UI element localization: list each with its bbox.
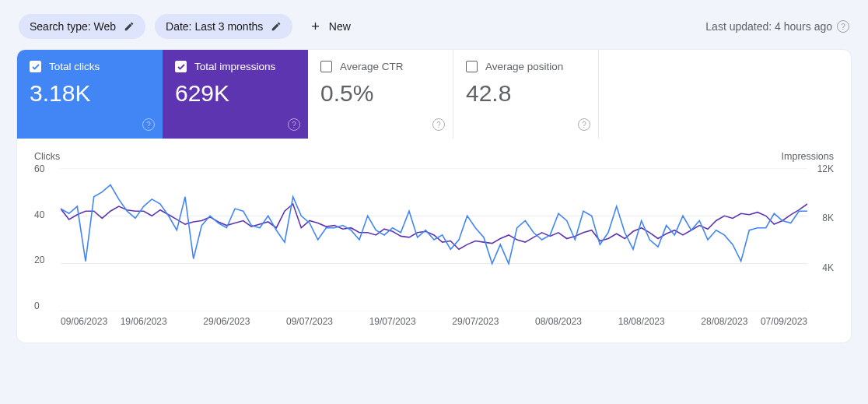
checkbox-unchecked-icon: [466, 61, 478, 72]
series-impressions: [61, 204, 807, 249]
help-icon[interactable]: ?: [288, 118, 300, 131]
card-average-position[interactable]: Average position 42.8 ?: [453, 50, 599, 139]
help-icon[interactable]: ?: [837, 20, 849, 33]
chart-area: Clicks Impressions 6040200 12K8K4K 09/06…: [17, 139, 851, 343]
filter-search-type-label: Search type: Web: [30, 20, 116, 33]
card-average-ctr[interactable]: Average CTR 0.5% ?: [308, 50, 453, 139]
y-left-ticks: 6040200: [34, 163, 61, 311]
y-right-title: Impressions: [782, 151, 834, 162]
card-total-impressions[interactable]: Total impressions 629K ?: [163, 50, 308, 139]
performance-panel: Total clicks 3.18K ? Total impressions 6…: [17, 50, 851, 343]
add-filter-button[interactable]: + New: [302, 14, 360, 39]
help-icon[interactable]: ?: [578, 118, 590, 131]
line-chart: [61, 168, 807, 311]
add-filter-label: New: [329, 20, 351, 33]
y-right-ticks: 12K8K4K: [807, 163, 834, 311]
card-value: 0.5%: [320, 80, 440, 107]
checkbox-checked-icon: [175, 61, 187, 72]
y-left-title: Clicks: [34, 151, 60, 162]
checkbox-unchecked-icon: [320, 61, 332, 72]
x-ticks: 09/06/202319/06/202329/06/202309/07/2023…: [61, 316, 807, 335]
last-updated-text: Last updated: 4 hours ago: [705, 20, 832, 33]
help-icon[interactable]: ?: [432, 118, 445, 131]
help-icon[interactable]: ?: [142, 118, 155, 131]
card-label: Total impressions: [194, 61, 275, 72]
metric-cards: Total clicks 3.18K ? Total impressions 6…: [17, 50, 851, 139]
card-value: 3.18K: [30, 80, 150, 107]
filter-date-label: Date: Last 3 months: [166, 20, 263, 33]
series-clicks: [61, 185, 807, 264]
card-value: 42.8: [466, 80, 586, 107]
checkbox-checked-icon: [30, 61, 41, 72]
pencil-icon: [271, 21, 282, 32]
card-total-clicks[interactable]: Total clicks 3.18K ?: [17, 50, 163, 139]
card-value: 629K: [175, 80, 296, 107]
pencil-icon: [124, 21, 135, 32]
card-label: Average position: [485, 61, 563, 72]
plus-icon: +: [311, 21, 320, 32]
last-updated: Last updated: 4 hours ago ?: [705, 20, 849, 33]
filter-search-type[interactable]: Search type: Web: [19, 14, 145, 39]
card-label: Average CTR: [340, 61, 404, 72]
filter-date-range[interactable]: Date: Last 3 months: [155, 14, 292, 39]
card-label: Total clicks: [49, 61, 100, 72]
